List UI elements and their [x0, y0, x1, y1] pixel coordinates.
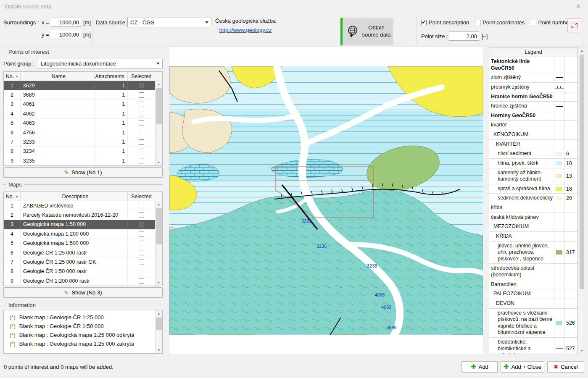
point-selected-checkbox[interactable]: [139, 139, 144, 145]
point-group-row: Point group : Litogeochemická dokumentac…: [3, 59, 163, 68]
map-selected-checkbox[interactable]: [139, 203, 144, 208]
column-no[interactable]: No.: [4, 192, 21, 201]
maps-table-row[interactable]: 9 Geologie ČR 1:200 000 rastr: [4, 276, 155, 286]
maps-table-row[interactable]: 7 Geologie ČR 1:25 000 rastr GK: [4, 257, 155, 267]
point-option-checkbox[interactable]: [475, 20, 480, 25]
scroll-up-icon[interactable]: ▲: [156, 201, 162, 207]
column-name[interactable]: Name: [21, 72, 95, 81]
maps-table-row[interactable]: 1 ZABAGED vrstevnice: [4, 201, 155, 210]
add-button[interactable]: ✚ Add: [461, 361, 498, 373]
point-selected-cell: [128, 147, 155, 156]
maps-table-row[interactable]: 5 Geologická mapa 1:500 000: [4, 239, 155, 248]
point-selected-checkbox[interactable]: [139, 149, 144, 154]
points-table-row[interactable]: 9 3235 1: [4, 156, 155, 165]
points-table-scrollbar[interactable]: ▲ ▼: [155, 81, 162, 165]
y-input[interactable]: [51, 30, 81, 39]
map-selected-checkbox[interactable]: [139, 231, 144, 236]
point-selected-checkbox[interactable]: [139, 121, 144, 126]
points-table-row[interactable]: 7 3233 1: [4, 137, 155, 147]
points-table-row[interactable]: 1 3629 1: [4, 81, 155, 90]
pencil-icon: ✎: [64, 289, 69, 296]
column-selected[interactable]: Selected: [128, 192, 155, 201]
x-input[interactable]: [51, 18, 81, 27]
legend-swatch: [556, 187, 562, 191]
points-table-header: No. Name Attachments Selected: [4, 72, 162, 81]
information-divider: Information: [3, 302, 163, 308]
point-selected-cell: [128, 90, 155, 99]
cancel-button[interactable]: ✖ Cancel: [547, 361, 584, 373]
maps-table-row[interactable]: 3 Geologická mapa 1:50 000: [4, 220, 155, 229]
close-icon[interactable]: ×: [574, 3, 583, 10]
column-attachments[interactable]: Attachments: [95, 72, 128, 81]
maps-table-scrollbar[interactable]: ▲ ▼: [155, 201, 162, 286]
map-description: Geologie ČR 1:25 000 rastr GK: [21, 257, 128, 266]
scrollbar-thumb[interactable]: [156, 208, 162, 244]
scrollbar-thumb[interactable]: [580, 55, 584, 289]
map-selected-checkbox[interactable]: [139, 250, 144, 255]
point-selected-checkbox[interactable]: [139, 111, 144, 116]
scroll-up-icon[interactable]: ▲: [579, 47, 585, 54]
info-marker-icon: (*): [10, 341, 16, 347]
points-table-row[interactable]: 5 4063 1: [4, 119, 155, 128]
legend-row: přesmyk zjištěný: [489, 83, 577, 92]
legend-symbol-cell: [554, 299, 564, 308]
legend-label: PALEOZOIKUM: [489, 289, 554, 299]
point-group-select[interactable]: Litogeochemická dokumentace: [38, 59, 163, 68]
map-selected-checkbox[interactable]: [139, 213, 144, 218]
point-attachments: 1: [95, 119, 128, 128]
map-no: 1: [4, 201, 21, 210]
map-selected-checkbox[interactable]: [139, 222, 144, 227]
point-option[interactable]: Point number: [531, 19, 571, 26]
point-option-checkbox[interactable]: [421, 20, 427, 25]
map-selected-checkbox[interactable]: [139, 269, 144, 274]
scrollbar-thumb[interactable]: [156, 318, 162, 330]
data-source-select[interactable]: CZ - ČGS: [127, 18, 211, 27]
point-option-checkbox[interactable]: [531, 20, 536, 25]
scroll-down-icon[interactable]: ▼: [156, 159, 162, 165]
points-table-row[interactable]: 2 3689 1: [4, 90, 155, 100]
data-source-label: Data source :: [96, 19, 128, 26]
maps-table-row[interactable]: 8 Geologie ČR 1:50 000 rastr: [4, 267, 155, 276]
map-selected-checkbox[interactable]: [139, 241, 144, 246]
maps-table-row[interactable]: 2 Parcely Katastru nemovitostí 2016-12-2…: [4, 210, 155, 220]
point-selected-checkbox[interactable]: [139, 158, 144, 163]
show-point-button[interactable]: ✎ Show (No 1): [3, 167, 163, 178]
column-description[interactable]: Description: [21, 192, 128, 201]
column-no[interactable]: No.: [4, 72, 21, 81]
scrollbar-thumb[interactable]: [156, 88, 162, 124]
point-selected-checkbox[interactable]: [139, 83, 144, 88]
legend-scrollbar[interactable]: ▲ ▼: [579, 47, 585, 354]
point-size-input[interactable]: [449, 32, 479, 41]
maps-table-row[interactable]: 6 Geologie ČR 1:25 000 rastr: [4, 248, 155, 257]
points-table-row[interactable]: 8 3234 1: [4, 147, 155, 156]
points-table-row[interactable]: 4 4062 1: [4, 109, 155, 118]
scroll-up-icon[interactable]: ▲: [156, 81, 162, 87]
point-selected-checkbox[interactable]: [139, 102, 144, 107]
scroll-up-icon[interactable]: ▲: [156, 310, 162, 317]
points-of-interest-title: Points of interest: [8, 49, 49, 55]
legend-label: KŘÍDA: [489, 232, 554, 241]
point-selected-checkbox[interactable]: [139, 92, 144, 98]
obtain-source-data-button[interactable]: Obtain source data: [340, 18, 393, 45]
map-selected-checkbox[interactable]: [139, 278, 144, 284]
maps-table-row[interactable]: 4 Geologická mapa 1:200 000: [4, 229, 155, 239]
map-viewport[interactable]: 323332363238406640633689: [169, 47, 483, 354]
points-table-row[interactable]: 6 4756 1: [4, 128, 155, 137]
zoom-extents-button[interactable]: [567, 18, 581, 32]
scroll-down-icon[interactable]: ▼: [579, 347, 585, 354]
point-selected-checkbox[interactable]: [139, 130, 144, 135]
point-option[interactable]: Point coordinates: [475, 19, 525, 26]
map-selected-checkbox[interactable]: [139, 260, 144, 265]
information-scrollbar[interactable]: ▲ ▼: [155, 310, 162, 353]
provider-link[interactable]: http://www.geology.cz: [219, 27, 272, 33]
point-option[interactable]: Point description: [421, 19, 469, 26]
points-table-row[interactable]: 3 4061 1: [4, 100, 155, 109]
scroll-down-icon[interactable]: ▼: [156, 279, 162, 286]
add-close-button[interactable]: ✚ Add + Close: [501, 361, 544, 373]
legend-row: sediment deluvioeolický 20: [489, 194, 577, 203]
scroll-down-icon[interactable]: ▼: [156, 347, 162, 353]
point-name: 3629: [21, 81, 95, 90]
show-map-button[interactable]: ✎ Show (No 3): [3, 287, 163, 298]
point-selected-cell: [128, 100, 155, 109]
column-selected[interactable]: Selected: [128, 72, 155, 81]
